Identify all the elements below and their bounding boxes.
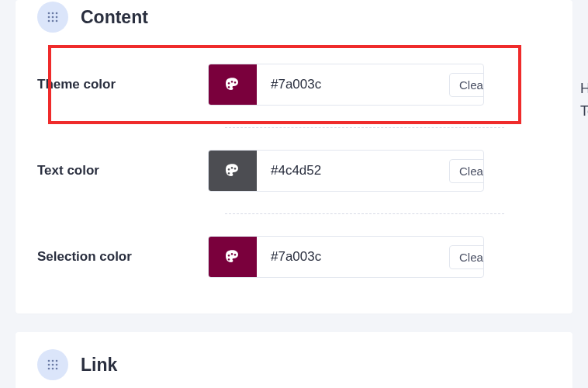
link-card-header: Link [16, 349, 572, 388]
theme-color-row: Theme color Clear [16, 42, 572, 127]
svg-point-11 [56, 360, 58, 362]
svg-point-17 [56, 368, 58, 370]
svg-point-5 [56, 16, 58, 19]
svg-point-2 [56, 12, 58, 15]
selection-color-swatch[interactable] [209, 237, 257, 277]
svg-point-15 [48, 368, 50, 370]
selection-color-clear-button[interactable]: Clear [449, 245, 484, 269]
svg-point-8 [56, 20, 58, 23]
svg-point-6 [48, 20, 50, 23]
svg-point-10 [52, 360, 54, 362]
svg-point-3 [48, 16, 50, 19]
svg-point-0 [48, 12, 50, 15]
selection-color-row: Selection color Clear [16, 214, 572, 300]
svg-point-12 [48, 364, 50, 366]
text-color-input[interactable] [257, 151, 449, 191]
content-card-header: Content [16, 0, 572, 42]
side-hint-text: Hi To [580, 78, 588, 123]
side-hint-line1: Hi [580, 78, 588, 100]
theme-color-row-wrap: Theme color Clear [16, 42, 572, 127]
svg-point-14 [56, 364, 58, 366]
svg-point-9 [48, 360, 50, 362]
theme-color-clear-button[interactable]: Clear [449, 73, 484, 97]
text-color-clear-button[interactable]: Clear [449, 159, 484, 183]
selection-color-label: Selection color [37, 249, 208, 265]
side-hint-line2: To [580, 100, 588, 123]
svg-point-4 [52, 16, 54, 19]
text-color-swatch[interactable] [209, 151, 257, 191]
link-card: Link [16, 332, 572, 388]
theme-color-label: Theme color [37, 77, 208, 92]
svg-point-13 [52, 364, 54, 366]
text-color-row: Text color Clear [16, 128, 572, 213]
text-color-label: Text color [37, 163, 208, 178]
svg-point-16 [52, 368, 54, 370]
content-section-title: Content [81, 7, 148, 28]
selection-color-input[interactable] [257, 237, 449, 277]
link-section-title: Link [81, 355, 117, 376]
svg-point-7 [52, 20, 54, 23]
drag-handle-icon[interactable] [37, 2, 68, 33]
svg-point-1 [52, 12, 54, 15]
content-card: Content Theme color Clear Text color Cle… [16, 0, 572, 314]
theme-color-swatch[interactable] [209, 64, 257, 105]
theme-color-input-group: Clear [208, 64, 484, 106]
theme-color-input[interactable] [257, 64, 449, 105]
drag-handle-icon[interactable] [37, 349, 68, 380]
selection-color-input-group: Clear [208, 236, 484, 278]
text-color-input-group: Clear [208, 150, 484, 192]
